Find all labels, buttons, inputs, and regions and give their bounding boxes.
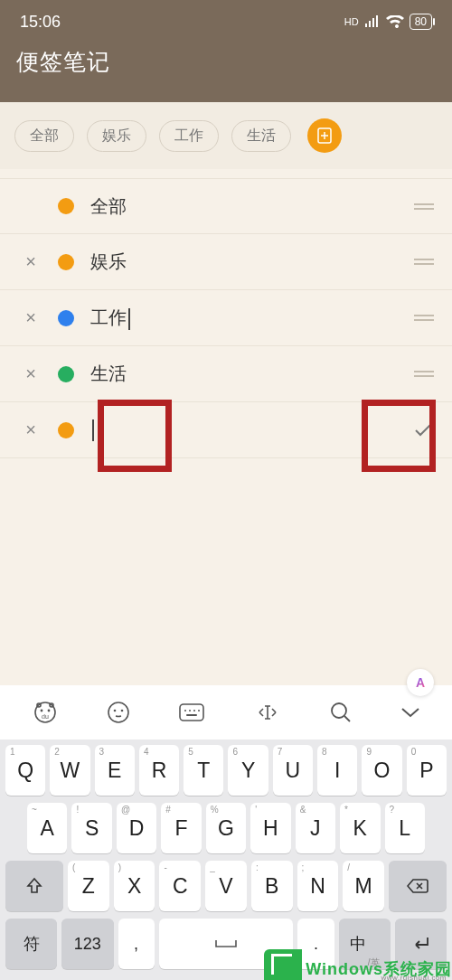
- svg-rect-15: [186, 714, 197, 716]
- color-dot: [58, 366, 74, 382]
- add-category-button[interactable]: [307, 118, 342, 153]
- svg-point-9: [121, 710, 124, 712]
- drag-handle-icon[interactable]: [414, 259, 434, 265]
- key-g[interactable]: %G: [206, 803, 246, 853]
- key-x[interactable]: )X: [114, 861, 155, 911]
- new-category-input[interactable]: [90, 419, 412, 441]
- key-u[interactable]: 7U: [273, 745, 313, 796]
- svg-text:du: du: [42, 713, 49, 720]
- drag-handle-icon[interactable]: [414, 371, 434, 377]
- keyboard: A du 1Q2W3E4R5T6Y7U8I9O0P ~A!S@D#F%G'H&J…: [0, 685, 452, 980]
- tab-entertainment[interactable]: 娱乐: [87, 120, 146, 152]
- tab-work[interactable]: 工作: [159, 120, 219, 152]
- tab-life[interactable]: 生活: [231, 120, 291, 152]
- category-row-new[interactable]: ×: [0, 402, 452, 458]
- key-t[interactable]: 5T: [184, 745, 223, 796]
- key-b[interactable]: :B: [251, 861, 293, 911]
- svg-point-7: [108, 702, 128, 722]
- key-i[interactable]: 8I: [317, 745, 357, 796]
- color-dot: [58, 310, 74, 326]
- category-label: 生活: [90, 362, 414, 386]
- key-n[interactable]: ;N: [297, 861, 339, 911]
- search-icon[interactable]: [329, 701, 353, 724]
- svg-point-3: [47, 710, 50, 712]
- drag-handle-icon[interactable]: [414, 315, 434, 321]
- period-key[interactable]: .: [297, 919, 334, 969]
- comma-key[interactable]: ,: [118, 919, 155, 969]
- signal-icon: [364, 15, 381, 28]
- svg-point-12: [189, 710, 191, 711]
- key-p[interactable]: 0P: [407, 745, 447, 796]
- key-j[interactable]: &J: [296, 803, 335, 853]
- category-row-work[interactable]: × 工作: [0, 290, 452, 346]
- category-row-entertainment[interactable]: × 娱乐: [0, 234, 452, 290]
- page-title: 便签笔记: [0, 43, 452, 77]
- key-y[interactable]: 6Y: [228, 745, 268, 796]
- svg-point-8: [114, 710, 117, 712]
- cursor-move-icon[interactable]: [254, 702, 281, 722]
- key-m[interactable]: /M: [343, 861, 384, 911]
- key-f[interactable]: #F: [161, 803, 201, 853]
- delete-button[interactable]: ×: [13, 251, 49, 272]
- category-row-life[interactable]: × 生活: [0, 346, 452, 402]
- key-w[interactable]: 2W: [50, 745, 89, 796]
- number-key[interactable]: 123: [61, 919, 113, 969]
- drag-handle-icon[interactable]: [414, 203, 434, 210]
- ai-assistant-icon[interactable]: A: [407, 669, 434, 696]
- tab-all[interactable]: 全部: [14, 120, 74, 152]
- color-dot: [58, 198, 74, 214]
- battery-icon: 80: [410, 14, 432, 30]
- key-c[interactable]: -C: [159, 861, 201, 911]
- delete-button[interactable]: ×: [13, 363, 49, 384]
- emoji-icon[interactable]: [107, 701, 130, 724]
- svg-point-16: [332, 703, 346, 718]
- keyboard-switch-icon[interactable]: [178, 702, 205, 722]
- lang-key[interactable]: 中/英: [339, 919, 391, 969]
- key-h[interactable]: 'H: [250, 803, 290, 853]
- category-label: 娱乐: [90, 250, 414, 274]
- key-a[interactable]: ~A: [27, 803, 67, 853]
- delete-button[interactable]: ×: [13, 307, 49, 328]
- key-z[interactable]: (Z: [68, 861, 109, 911]
- color-dot: [58, 422, 74, 438]
- confirm-button[interactable]: [412, 419, 434, 441]
- svg-point-2: [40, 710, 42, 712]
- key-k[interactable]: *K: [340, 803, 380, 853]
- baidu-logo-icon[interactable]: du: [32, 701, 59, 724]
- wifi-icon: [386, 15, 404, 28]
- svg-point-13: [193, 710, 195, 711]
- color-dot: [58, 254, 74, 270]
- space-key[interactable]: [159, 919, 294, 969]
- category-list: × 全部 × 娱乐 × 工作 × 生活 ×: [0, 178, 452, 458]
- collapse-keyboard-icon[interactable]: [400, 706, 420, 719]
- key-d[interactable]: @D: [117, 803, 156, 853]
- backspace-key[interactable]: [389, 861, 447, 911]
- key-s[interactable]: !S: [71, 803, 111, 853]
- svg-rect-10: [180, 704, 203, 721]
- category-tabs: 全部 娱乐 工作 生活: [0, 102, 452, 169]
- key-o[interactable]: 9O: [362, 745, 401, 796]
- category-row-all[interactable]: × 全部: [0, 178, 452, 234]
- hd-icon: HD: [344, 16, 359, 27]
- key-r[interactable]: 4R: [139, 745, 179, 796]
- category-label: 工作: [90, 306, 414, 330]
- category-label: 全部: [90, 194, 414, 219]
- svg-point-14: [198, 710, 200, 711]
- symbol-key[interactable]: 符: [5, 919, 57, 969]
- status-time: 15:06: [20, 13, 344, 32]
- svg-point-11: [184, 710, 186, 711]
- shift-key[interactable]: [5, 861, 63, 911]
- key-l[interactable]: ?L: [385, 803, 425, 853]
- enter-key[interactable]: [395, 919, 447, 969]
- key-e[interactable]: 3E: [95, 745, 135, 796]
- delete-button[interactable]: ×: [13, 419, 49, 440]
- key-v[interactable]: _V: [205, 861, 247, 911]
- key-q[interactable]: 1Q: [5, 745, 45, 796]
